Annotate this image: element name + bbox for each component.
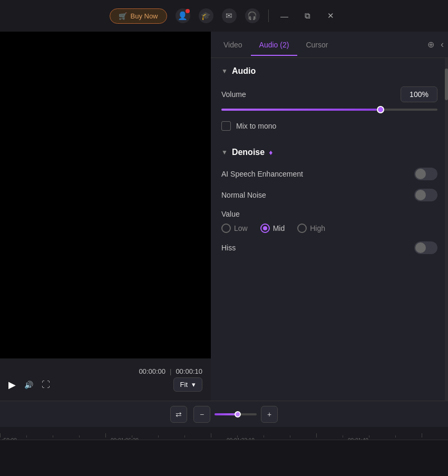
timeline-controls: ⇄ − + — [0, 401, 448, 427]
ruler-tick — [26, 435, 27, 438]
audio-section-title: Audio — [232, 66, 256, 76]
ruler-tick — [237, 435, 238, 438]
denoise-section-header[interactable]: ▼ Denoise ♦ — [221, 148, 437, 157]
mail-icon-button[interactable]: ✉ — [222, 8, 237, 23]
video-controls: 00:00:00 | 00:00:10 ▶ 🔊 ⛶ Fit ▾ — [0, 358, 211, 401]
tabs-overflow: ⊕ ‹ — [423, 37, 444, 52]
plus-icon: + — [267, 410, 271, 419]
panel-scrollbar[interactable] — [445, 58, 448, 401]
volume-slider-fill — [221, 109, 377, 111]
ruler-tick — [211, 433, 211, 438]
volume-slider[interactable] — [221, 106, 437, 113]
radio-mid-label: Mid — [273, 224, 285, 232]
timeline-track — [0, 440, 448, 476]
radio-options: Low Mid High — [221, 224, 437, 233]
mix-to-mono-label: Mix to mono — [236, 122, 276, 130]
premium-diamond-icon: ♦ — [269, 148, 272, 157]
headset-icon-button[interactable]: 🎧 — [245, 8, 260, 23]
zoom-in-button[interactable]: + — [261, 406, 278, 423]
ruler-tick — [343, 435, 343, 438]
volume-setting: Volume 100% — [221, 86, 437, 113]
play-button[interactable]: ▶ — [8, 379, 16, 391]
denoise-section-title: Denoise — [232, 148, 265, 157]
tabs-bar: Video Audio (2) Cursor ⊕ ‹ — [211, 32, 448, 58]
radio-low[interactable]: Low — [221, 224, 248, 233]
radio-high-label: High — [310, 224, 325, 232]
normal-noise-toggle-thumb — [415, 190, 426, 200]
ruler-tick — [79, 435, 80, 438]
top-bar: 🛒 Buy Now 👤 🎓 ✉ 🎧 — ⧉ ✕ — [0, 0, 448, 32]
notification-badge — [186, 9, 190, 13]
hiss-toggle[interactable] — [414, 241, 437, 254]
radio-low-label: Low — [234, 224, 248, 232]
dropdown-chevron-icon: ▾ — [192, 381, 196, 388]
audio-section-header[interactable]: ▼ Audio — [221, 66, 437, 76]
radio-mid[interactable]: Mid — [260, 224, 285, 233]
toolbar-separator — [268, 9, 269, 22]
normal-noise-toggle[interactable] — [414, 189, 437, 201]
tab-video[interactable]: Video — [215, 34, 251, 55]
fit-dropdown[interactable]: Fit ▾ — [173, 377, 202, 392]
ruler-tick — [105, 433, 106, 438]
ruler-tick — [264, 435, 264, 438]
tab-audio[interactable]: Audio (2) — [251, 34, 298, 55]
buy-now-label: Buy Now — [130, 12, 158, 20]
mix-to-mono-row: Mix to mono — [221, 121, 437, 131]
radio-low-circle — [221, 224, 231, 233]
ruler-tick — [422, 433, 422, 438]
video-panel: 00:00:00 | 00:00:10 ▶ 🔊 ⛶ Fit ▾ — [0, 32, 211, 401]
ai-speech-toggle-row: AI Speech Enhancement — [221, 168, 437, 180]
cart-icon: 🛒 — [119, 12, 127, 20]
zoom-slider-container: − + — [193, 406, 278, 423]
fit-label: Fit — [180, 381, 188, 388]
radio-high-circle — [297, 224, 307, 233]
zoom-out-button[interactable]: − — [193, 406, 210, 423]
zoom-slider[interactable] — [215, 413, 257, 415]
headset-icon: 🎧 — [247, 11, 257, 21]
video-canvas — [0, 32, 211, 358]
ruler-tick — [290, 435, 290, 438]
panel-content: ▼ Audio Volume 100% — [211, 58, 448, 401]
mix-to-mono-checkbox[interactable] — [221, 121, 231, 131]
radio-high[interactable]: High — [297, 224, 325, 233]
hiss-label: Hiss — [221, 244, 414, 252]
restore-button[interactable]: ⧉ — [300, 8, 315, 23]
tab-cursor[interactable]: Cursor — [297, 34, 336, 55]
radio-mid-circle — [260, 224, 270, 233]
swap-button[interactable]: ⇄ — [170, 406, 187, 423]
volume-label: Volume — [221, 90, 401, 99]
close-button[interactable]: ✕ — [324, 8, 338, 23]
ruler-tick — [184, 435, 185, 438]
graduation-cap-icon: 🎓 — [201, 11, 211, 21]
profile-icon-button[interactable]: 👤 — [176, 8, 190, 23]
denoise-section: ▼ Denoise ♦ AI Speech Enhancement Normal… — [221, 148, 437, 254]
time-separator: | — [170, 367, 171, 375]
tabs-chevron-button[interactable]: ‹ — [441, 39, 444, 50]
control-row: ▶ 🔊 ⛶ Fit ▾ — [8, 377, 202, 392]
normal-noise-label: Normal Noise — [221, 191, 414, 199]
time-display: 00:00:00 | 00:00:10 — [8, 367, 202, 375]
main-area: 00:00:00 | 00:00:10 ▶ 🔊 ⛶ Fit ▾ Video — [0, 32, 448, 401]
ruler-tick — [0, 433, 1, 438]
audio-collapse-icon: ▼ — [221, 67, 228, 75]
time-end: 00:00:10 — [176, 367, 202, 375]
ruler-tick — [158, 435, 159, 438]
volume-icon[interactable]: 🔊 — [24, 381, 33, 389]
ruler-tick — [395, 435, 396, 438]
cap-icon-button[interactable]: 🎓 — [199, 8, 213, 23]
ai-speech-toggle[interactable] — [414, 168, 437, 180]
swap-icon: ⇄ — [176, 410, 182, 419]
timeline-area: ⇄ − + :50:00 00:01:06:20 00:01:23:10 00:… — [0, 401, 448, 476]
fullscreen-icon[interactable]: ⛶ — [42, 380, 50, 390]
denoise-collapse-icon: ▼ — [221, 149, 228, 156]
volume-slider-thumb[interactable] — [377, 106, 384, 113]
tab-cursor-label: Cursor — [306, 41, 328, 49]
tabs-more-button[interactable]: ⊕ — [423, 37, 439, 52]
ruler-tick — [369, 435, 369, 438]
minimize-button[interactable]: — — [277, 8, 292, 23]
mail-icon: ✉ — [226, 11, 232, 21]
volume-value-box[interactable]: 100% — [401, 86, 437, 102]
volume-value: 100% — [410, 90, 428, 99]
right-panel: Video Audio (2) Cursor ⊕ ‹ ▼ Audio — [211, 32, 448, 401]
buy-now-button[interactable]: 🛒 Buy Now — [110, 8, 167, 24]
